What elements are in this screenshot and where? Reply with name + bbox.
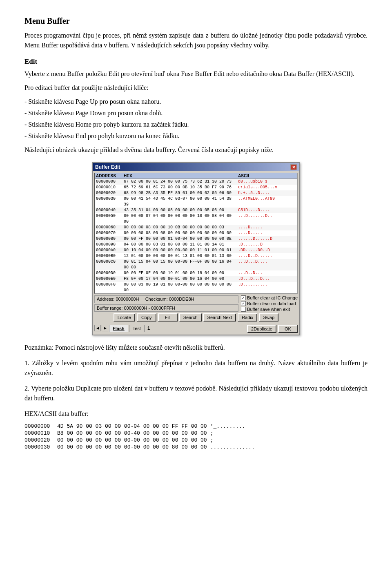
tab-prev-button[interactable]: ◀ xyxy=(94,325,101,331)
hex-row: 0000008000 00 FF 00 00 00 01 00-04 00 00… xyxy=(95,236,297,242)
info-checkboxes-row: Address: 00000000H Checksum: 0000DDE8H B… xyxy=(94,295,298,312)
hex-ascii-title: HEX/ACSII data buffer: xyxy=(24,409,368,419)
section-1-text: 1. Záložky v levém spodním rohu vám umož… xyxy=(24,358,368,378)
tab-number: 1 xyxy=(145,325,152,331)
hex-data-addr-2: 00000020 xyxy=(24,437,57,444)
checkbox-item-1: ✓ Buffer clear on data load xyxy=(241,301,298,306)
tab-test[interactable]: Test xyxy=(129,325,145,332)
radix-button[interactable]: Radix xyxy=(238,313,257,322)
hex-row: 000000F000 00 03 00 19 01 00 00-00 00 00… xyxy=(95,282,297,293)
key-item-2: - Stiskněte klávesu Home pro pohyb kurzo… xyxy=(24,120,368,130)
section-1-number: 1. xyxy=(24,360,29,366)
edit-p1: Vyberte z menu Buffer položku Edit pro o… xyxy=(24,69,368,79)
hex-data-row-3: 00000030 00 00 00 00 00 00 00 00-00 00 0… xyxy=(24,444,258,451)
hex-row: 0000006000 00 00 08 00 00 10 0B 00 00 00… xyxy=(95,225,297,230)
checkbox-item-2: Buffer save when exit xyxy=(241,307,298,312)
edit-p2: Pro editaci buffer dat použijte následuj… xyxy=(24,83,368,93)
hex-data-ascii-1: ; xyxy=(210,430,258,437)
section-2-text: 2. Vyberte položku Duplicate pro uložení… xyxy=(24,384,368,403)
checkbox-label-1: Buffer clear on data load xyxy=(247,301,296,306)
window-titlebar: Buffer Edit ✕ xyxy=(93,163,299,171)
section-2-content: Vyberte položku Duplicate pro uložení da… xyxy=(24,385,368,402)
header-ascii: ASCII xyxy=(237,173,278,179)
address-label: Address: 00000000H xyxy=(97,297,139,301)
screenshot-container: Buffer Edit ✕ ADDRESS HEX ASCII 00000000… xyxy=(24,162,368,335)
duplicate-button[interactable]: 2Duplicate xyxy=(247,325,276,333)
hex-row: 0000004043 35 31 04 00 00 05 00 00 00 00… xyxy=(95,208,297,213)
hex-row: 0000009004 00 00 00 03 01 00 00 00 11 01… xyxy=(95,242,297,248)
info-left: Address: 00000000H Checksum: 0000DDE8H B… xyxy=(94,295,238,312)
hex-row: 0000002068 99 98 2B A3 35 FF-89 01 00 00… xyxy=(95,190,297,196)
hex-row: 000000C000 01 15 04 00 15 00 00-00 FF-0F… xyxy=(95,259,297,270)
hex-row: 0000000067 02 00 00 01 24 00 00 75 73 62… xyxy=(95,179,297,185)
hex-data-row-1: 00000010 B8 00 00 00 00 00 00 00-40 00 0… xyxy=(24,430,258,437)
checkbox-1[interactable]: ✓ xyxy=(241,301,246,306)
intro-paragraph: Proces programování čipu je proces, při … xyxy=(24,31,368,50)
page-title: Menu Buffer xyxy=(24,16,368,26)
edit-section-title: Edit xyxy=(24,58,368,66)
hex-data-addr-0: 00000000 xyxy=(24,423,57,430)
hex-row: 000000A000 10 04 00 00 00 00 00-00 00 11… xyxy=(95,248,297,253)
key-list: - Stiskněte klávesu Page Up pro posun ok… xyxy=(24,97,368,141)
hex-row: 0000001065 72 69 61 6C 73 00 00 0B 10 35… xyxy=(95,185,297,190)
hex-data-ascii-3: .............. xyxy=(210,444,258,451)
hex-data-addr-3: 00000030 xyxy=(24,444,57,451)
checkboxes-area: ✓ Buffer clear at IC Change ✓ Buffer cle… xyxy=(241,295,298,312)
section-2: 2. Vyberte položku Duplicate pro uložení… xyxy=(24,384,368,403)
hex-row: 000000B012 01 00 00 00 00 00 01 13 01-00… xyxy=(95,253,297,259)
fill-button[interactable]: Fill xyxy=(158,313,178,322)
hex-data-hex-0: 4D 5A 90 00 03 00 00 00-04 00 00 00 FF F… xyxy=(57,423,210,430)
checkbox-label-0: Buffer clear at IC Change xyxy=(247,295,298,300)
window-body: ADDRESS HEX ASCII 0000000067 02 00 00 01… xyxy=(93,171,299,335)
hex-row: 0000003000 00 41 54 4D 45 4C 03-07 00 00… xyxy=(95,196,297,208)
header-hex: HEX xyxy=(122,173,237,179)
tabs-row: ◀ ▶ Flash Test 1 xyxy=(94,325,152,332)
key-item-0: - Stiskněte klávesu Page Up pro posun ok… xyxy=(24,97,368,107)
copy-button[interactable]: Copy xyxy=(137,313,156,322)
hex-data-table: 00000000 4D 5A 90 00 03 00 00 00-04 00 0… xyxy=(24,423,258,451)
key-item-1: - Stiskněte klávesu Page Down pro posun … xyxy=(24,108,368,118)
checkbox-0[interactable]: ✓ xyxy=(241,295,246,300)
hex-data-addr-1: 00000010 xyxy=(24,430,57,437)
section-1-content: Záložky v levém spodním rohu vám umožňuj… xyxy=(24,360,368,376)
hex-table-area: ADDRESS HEX ASCII 0000000067 02 00 00 01… xyxy=(94,173,298,294)
hex-data-row-0: 00000000 4D 5A 90 00 03 00 00 00-04 00 0… xyxy=(24,423,258,430)
hex-row: 000000D000 00 FF-0F 00 00 19 01-00 00 18… xyxy=(95,270,297,276)
window-title: Buffer Edit xyxy=(95,164,120,170)
hex-row: 0000005000 00 00 07 04 00 00 00-00 00 10… xyxy=(95,213,297,225)
buffer-range-info: Buffer range: 00000000H - 00000FFFH xyxy=(94,304,238,312)
checkbox-label-2: Buffer save when exit xyxy=(247,307,290,312)
checkbox-item-0: ✓ Buffer clear at IC Change xyxy=(241,295,298,300)
buffer-range-label: Buffer range: 00000000H - 00000FFFH xyxy=(97,306,175,310)
hex-data-row-2: 00000020 00 00 00 00 00 00 00 00-00 00 0… xyxy=(24,437,258,444)
hex-data-hex-3: 00 00 00 00 00 00 00 00-00 00 00 00 80 0… xyxy=(57,444,210,451)
key-item-3: - Stiskněte klávesu End pro pohyb kurzor… xyxy=(24,131,368,141)
section-2-number: 2. xyxy=(24,385,29,392)
bottom-buttons-row: 2Duplicate OK xyxy=(247,325,298,333)
action-buttons-row: Locate Copy Fill Search Search Next Radi… xyxy=(94,313,298,322)
swap-button[interactable]: Swap xyxy=(259,313,278,322)
checksum-label: Checksum: 0000DDE8H xyxy=(145,297,194,301)
tab-next-button[interactable]: ▶ xyxy=(102,325,108,331)
image-caption: Následující obrázek ukazuje příklad s dv… xyxy=(24,145,368,155)
ok-button[interactable]: OK xyxy=(278,325,298,333)
hex-data-hex-1: B8 00 00 00 00 00 00 00-40 00 00 00 00 0… xyxy=(57,430,210,437)
buffer-edit-window: Buffer Edit ✕ ADDRESS HEX ASCII 00000000… xyxy=(92,162,300,335)
header-address: ADDRESS xyxy=(95,173,122,179)
section-1: 1. Záložky v levém spodním rohu vám umož… xyxy=(24,358,368,378)
checkbox-2[interactable] xyxy=(241,307,246,312)
hex-data-hex-2: 00 00 00 00 00 00 00 00-00 00 00 00 00 0… xyxy=(57,437,210,444)
hex-data-ascii-2: ; xyxy=(210,437,258,444)
bottom-area: ◀ ▶ Flash Test 1 2Duplicate OK xyxy=(94,323,298,333)
hex-row: 0000007000 00 00 08 00 08 00 00-00 00 00… xyxy=(95,230,297,236)
locate-button[interactable]: Locate xyxy=(114,313,135,322)
tab-flash[interactable]: Flash xyxy=(109,325,128,332)
window-close-button[interactable]: ✕ xyxy=(290,164,297,170)
hex-row: 000000E0F8 0F 00 17 04 00 00-01 00 00 16… xyxy=(95,276,297,282)
search-button[interactable]: Search xyxy=(179,313,202,322)
hex-data-ascii-0: '_......... xyxy=(210,423,258,430)
hex-table-header: ADDRESS HEX ASCII xyxy=(95,173,297,179)
address-info: Address: 00000000H Checksum: 0000DDE8H xyxy=(94,295,238,303)
note-text: Poznámka: Pomocí nástrojové lišty můžete… xyxy=(24,343,368,353)
search-next-button[interactable]: Search Next xyxy=(203,313,236,322)
